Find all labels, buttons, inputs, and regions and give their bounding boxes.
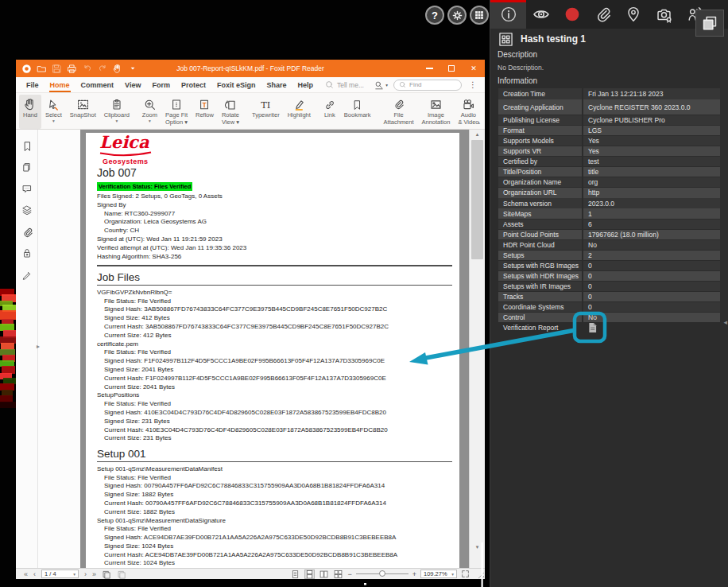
maximize-button[interactable] [440,60,463,77]
info-label: Schema version [498,198,582,208]
continuous-view-button[interactable] [304,570,315,579]
help-button[interactable]: ? [425,6,444,25]
attachment-button[interactable]: FileAttachment [380,95,418,129]
highlight-button[interactable]: Highlight [284,95,315,129]
hand-ink-icon[interactable] [112,64,122,74]
last-page-button[interactable]: » [92,570,96,578]
scroll-up-arrow[interactable]: ▴ [470,131,485,138]
pdf-line: Verified attempt at (UTC): Wed Jan 11 19… [97,244,452,253]
info-label: Setups with RGB Images [498,261,582,270]
info-row-title-position: Title/Positiontitle [498,167,720,177]
clipboard-button[interactable]: Clipboard▾ [100,95,134,129]
reflow-button[interactable]: Reflow [192,95,218,129]
pagefit-button[interactable]: Page FitOption ▾ [161,95,192,129]
panel-tab-record[interactable] [557,0,588,29]
zoom-slider[interactable] [356,570,409,578]
toolbar-collapse-arrow[interactable]: ▴ [477,119,480,126]
info-label: Format [498,126,582,135]
menu-home[interactable]: Home [45,77,76,93]
search-options-button[interactable]: ▾ [374,80,388,90]
scrollbar-thumb[interactable] [471,140,483,259]
menu-help[interactable]: Help [292,77,319,93]
panel-tab-eye[interactable] [526,0,557,29]
pdf-section-heading: Setup 001 [97,448,452,460]
grid-view-button[interactable] [333,570,343,579]
lgs-project-icon [498,31,514,48]
pdf-line: Signed Hash: ACE94DB7AE39FD00B721A1AA5A2… [97,534,452,542]
more-options-icon[interactable]: ⋮ [467,80,477,89]
highlight-icon [292,97,306,112]
fullscreen-icon[interactable] [461,570,470,578]
minimize-button[interactable] [418,60,440,77]
info-row-assets: Assets6 [498,220,720,229]
zoom-button[interactable]: Zoom▾ [138,95,161,129]
zoom-out-button[interactable]: − [347,570,351,578]
panel-tab-camera[interactable] [649,0,680,29]
sidebar-security-icon[interactable] [21,247,33,259]
menu-view[interactable]: View [119,77,146,93]
sidebar-bookmark-icon[interactable] [21,140,33,151]
info-label: Tracks [498,292,582,301]
menu-form[interactable]: Form [146,77,176,93]
vertical-scrollbar[interactable]: ▴ ▾ [469,130,485,568]
foxit-logo[interactable] [21,64,32,74]
zoom-in-button[interactable]: + [412,570,416,578]
info-label: Coordinate Systems [498,302,582,312]
zoom-slider-thumb[interactable] [379,570,385,577]
sidebar-signature-icon[interactable] [21,269,33,280]
apps-button[interactable] [470,6,489,25]
info-value: org [583,177,720,187]
sidebar-comments-icon[interactable] [21,183,33,194]
print-icon[interactable] [67,64,77,74]
panel-tab-pin[interactable] [618,0,649,29]
facing-view-button[interactable] [319,570,329,579]
zoom-level-box[interactable]: 109.27%▾ [420,570,457,578]
pane-expand-arrow[interactable]: ▸ [37,343,40,350]
tell-me-search[interactable]: Tell me... [325,80,364,89]
info-value: Yes [583,136,720,146]
menu-protect[interactable]: Protect [176,77,211,93]
pixel-artifact [364,583,366,585]
next-page-button[interactable]: › [84,570,87,578]
sidebar-attachment-icon[interactable] [21,226,33,237]
settings-button[interactable] [447,6,467,25]
prev-page-button[interactable]: ‹ [33,570,36,578]
typewriter-button[interactable]: TITypewriter [248,95,284,129]
panel-tab-info[interactable] [490,0,526,29]
verification-report-icon[interactable] [583,323,720,332]
find-input[interactable]: Find [393,80,462,91]
menu-foxit-esign[interactable]: Foxit eSign [211,77,261,93]
next-view-icon[interactable] [117,570,126,579]
select-button[interactable]: Select▾ [41,95,66,129]
info-row-verification-report: Verification Report [498,323,720,332]
image-annotation-button[interactable]: ImageAnnotation [418,95,455,129]
panel-tab-paperclip[interactable] [587,0,618,29]
redo-icon[interactable] [97,64,107,74]
link-button[interactable]: Link [319,95,340,129]
previous-view-icon[interactable] [102,570,111,579]
snapshot-button[interactable]: SnapShot [66,95,100,129]
menu-share[interactable]: Share [261,77,292,93]
pdf-line: Current Hash: 3AB508867FD76743833C64FC37… [97,323,452,332]
sidebar-layers-icon[interactable] [21,204,33,216]
single-page-view-button[interactable] [290,570,300,579]
close-button[interactable]: ✕ [463,60,485,77]
hand-button[interactable]: Hand [19,95,41,129]
bookmark-button[interactable]: Bookmark [340,95,375,129]
save-icon[interactable] [52,64,62,74]
folder-open-icon[interactable] [37,64,47,74]
menu-file[interactable]: File [21,77,45,93]
undo-icon[interactable] [82,64,92,74]
panels-toggle-button[interactable] [695,10,724,37]
info-label: Supports VR [498,146,582,156]
caret-down-icon[interactable] [127,64,137,74]
pdf-heading: Job 007 [97,166,452,179]
menu-comment[interactable]: Comment [76,77,120,93]
sidebar-pages-icon[interactable] [21,161,33,173]
scroll-down-arrow[interactable]: ▾ [470,544,485,550]
info-value: 0 [583,292,720,301]
page-number-box[interactable]: 1 / 4▾ [41,570,79,578]
first-page-button[interactable]: « [24,570,28,578]
rotate-button[interactable]: RotateView ▾ [218,95,243,129]
panel-collapse-arrow[interactable]: ◂ [723,318,727,326]
